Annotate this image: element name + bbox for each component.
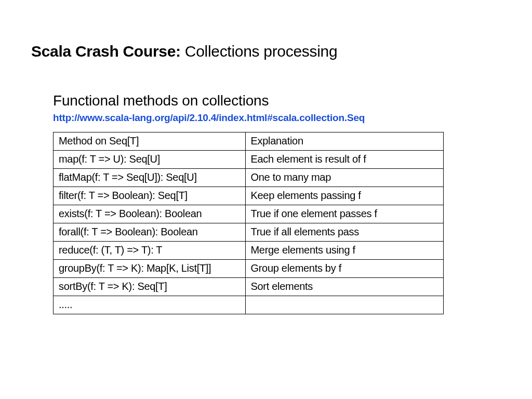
header-method: Method on Seq[T] bbox=[54, 132, 246, 151]
cell-method: sortBy(f: T => K): Seq[T] bbox=[54, 278, 246, 296]
table-row: Method on Seq[T] Explanation bbox=[54, 132, 444, 151]
cell-explanation: Group elements by f bbox=[245, 260, 444, 278]
cell-explanation: Keep elements passing f bbox=[245, 187, 444, 205]
api-link[interactable]: http://www.scala-lang.org/api/2.10.4/ind… bbox=[53, 112, 501, 124]
table-row: reduce(f: (T, T) => T): T Merge elements… bbox=[54, 242, 444, 260]
cell-method: ..... bbox=[54, 296, 246, 314]
table-row: map(f: T => U): Seq[U] Each element is r… bbox=[54, 151, 444, 169]
table-row: groupBy(f: T => K): Map[K, List[T]] Grou… bbox=[54, 260, 444, 278]
cell-explanation bbox=[245, 296, 444, 314]
table-row: exists(f: T => Boolean): Boolean True if… bbox=[54, 205, 444, 223]
slide-title-bold: Scala Crash Course: bbox=[31, 43, 181, 60]
cell-explanation: Each element is result of f bbox=[245, 151, 444, 169]
cell-explanation: Sort elements bbox=[245, 278, 444, 296]
methods-table: Method on Seq[T] Explanation map(f: T =>… bbox=[53, 132, 444, 314]
cell-method: exists(f: T => Boolean): Boolean bbox=[54, 205, 246, 223]
cell-explanation: One to many map bbox=[245, 169, 444, 187]
cell-explanation: True if one element passes f bbox=[245, 205, 444, 223]
slide-title: Scala Crash Course: Collections processi… bbox=[31, 43, 501, 60]
table-row: forall(f: T => Boolean): Boolean True if… bbox=[54, 223, 444, 242]
table-row: sortBy(f: T => K): Seq[T] Sort elements bbox=[54, 278, 444, 296]
cell-method: map(f: T => U): Seq[U] bbox=[54, 151, 246, 169]
content-area: Functional methods on collections http:/… bbox=[31, 92, 501, 314]
table-row: ..... bbox=[54, 296, 444, 314]
cell-explanation: Merge elements using f bbox=[245, 242, 444, 260]
cell-method: forall(f: T => Boolean): Boolean bbox=[54, 223, 246, 242]
slide-title-rest: Collections processing bbox=[181, 43, 338, 60]
cell-explanation: True if all elements pass bbox=[245, 223, 444, 242]
table-row: filter(f: T => Boolean): Seq[T] Keep ele… bbox=[54, 187, 444, 205]
cell-method: groupBy(f: T => K): Map[K, List[T]] bbox=[54, 260, 246, 278]
table-row: flatMap(f: T => Seq[U]): Seq[U] One to m… bbox=[54, 169, 444, 187]
section-heading: Functional methods on collections bbox=[53, 92, 501, 109]
cell-method: reduce(f: (T, T) => T): T bbox=[54, 242, 246, 260]
cell-method: flatMap(f: T => Seq[U]): Seq[U] bbox=[54, 169, 246, 187]
cell-method: filter(f: T => Boolean): Seq[T] bbox=[54, 187, 246, 205]
header-explanation: Explanation bbox=[245, 132, 444, 151]
